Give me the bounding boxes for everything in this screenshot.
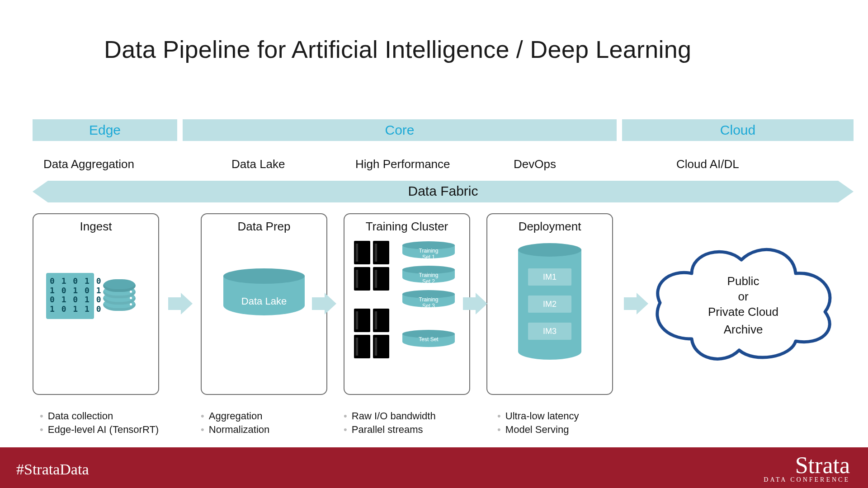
box-data-prep: Data Prep Data Lake	[201, 213, 327, 395]
bullets-train: Raw I/O bandwidth Parallel streams	[344, 409, 466, 436]
server-rack-icon	[353, 239, 391, 292]
binary-icon: 0 1 0 1 0 1 0 1 0 1 0 1 0 1 0 1 0 1 1 0	[46, 273, 94, 319]
training-set-label: Training Set 2	[402, 272, 455, 285]
flow-arrow-icon	[168, 293, 193, 314]
bullet: Data collection	[40, 409, 162, 423]
fabric-label: Data Fabric	[33, 183, 854, 199]
data-fabric-bar: Data Fabric	[33, 181, 854, 202]
im-label: IM3	[528, 323, 571, 340]
im-label: IM1	[528, 268, 571, 286]
test-set-cylinder-icon: Test Set	[402, 330, 455, 349]
data-lake-label: Data Lake	[223, 296, 305, 307]
training-set-label: Training Set 3	[402, 296, 455, 309]
bullets-ingest: Data collection Edge-level AI (TensorRT)	[40, 409, 162, 436]
flow-arrow-icon	[463, 293, 488, 314]
cloud-line: Archive	[642, 322, 844, 338]
slide: Data Pipeline for Artificial Intelligenc…	[0, 0, 868, 488]
box-training-cluster: Training Cluster Training Set 1 Training…	[344, 213, 470, 395]
footer-bar: #StrataData Strata DATA CONFERENCE	[0, 447, 868, 488]
box-deployment: Deployment IM1 IM2 IM3	[486, 213, 613, 395]
data-lake-cylinder-icon: Data Lake	[223, 268, 305, 323]
cloud-line: or	[642, 289, 844, 305]
cloud-icon: Public or Private Cloud Archive	[642, 235, 844, 366]
cloud-text: Public or Private Cloud Archive	[642, 274, 844, 338]
training-set-cylinder-icon: Training Set 1	[402, 241, 455, 260]
bullet: Parallel streams	[344, 423, 466, 436]
deployment-cylinder-icon: IM1 IM2 IM3	[518, 243, 581, 365]
sublabel-high-performance: High Performance	[355, 157, 450, 171]
bullet: Raw I/O bandwidth	[344, 409, 466, 423]
brand-name: Strata	[764, 454, 850, 477]
training-set-label: Training Set 1	[402, 248, 455, 260]
box-title-train: Training Cluster	[344, 220, 469, 234]
bullets-prep: Aggregation Normalization	[201, 409, 323, 436]
sublabel-data-aggregation: Data Aggregation	[43, 157, 134, 171]
cloud-line: Public	[642, 274, 844, 289]
server-rack-icon	[353, 307, 391, 360]
brand-subtitle: DATA CONFERENCE	[764, 476, 850, 483]
band-cloud: Cloud	[622, 119, 854, 141]
bullet: Ultra-low latency	[497, 409, 619, 423]
im-label: IM2	[528, 296, 571, 313]
hashtag: #StrataData	[16, 461, 89, 478]
cloud-line: Private Cloud	[642, 305, 844, 320]
sublabel-devops: DevOps	[514, 157, 556, 171]
training-set-cylinder-icon: Training Set 2	[402, 266, 455, 285]
sublabel-cloud-ai-dl: Cloud AI/DL	[676, 157, 739, 171]
brand-logo: Strata DATA CONFERENCE	[764, 454, 850, 483]
bullet: Model Serving	[497, 423, 619, 436]
slide-title: Data Pipeline for Artificial Intelligenc…	[104, 35, 691, 63]
box-title-ingest: Ingest	[33, 220, 158, 234]
bullet: Edge-level AI (TensorRT)	[40, 423, 162, 436]
training-graphic: Training Set 1 Training Set 2 Training S…	[353, 239, 461, 386]
band-core: Core	[183, 119, 617, 141]
bullet: Normalization	[201, 423, 323, 436]
test-set-label: Test Set	[402, 336, 455, 343]
sublabel-data-lake: Data Lake	[231, 157, 285, 171]
box-ingest: Ingest 0 1 0 1 0 1 0 1 0 1 0 1 0 1 0 1 0…	[33, 213, 159, 395]
flow-arrow-icon	[624, 293, 649, 314]
box-title-prep: Data Prep	[202, 220, 326, 234]
bullet: Aggregation	[201, 409, 323, 423]
band-edge: Edge	[33, 119, 177, 141]
flow-arrow-icon	[312, 293, 337, 314]
box-title-deploy: Deployment	[487, 220, 612, 234]
training-set-cylinder-icon: Training Set 3	[402, 290, 455, 309]
disk-stack-icon	[103, 280, 136, 312]
ingest-graphic: 0 1 0 1 0 1 0 1 0 1 0 1 0 1 0 1 0 1 1 0	[46, 273, 136, 319]
bullets-deploy: Ultra-low latency Model Serving	[497, 409, 619, 436]
